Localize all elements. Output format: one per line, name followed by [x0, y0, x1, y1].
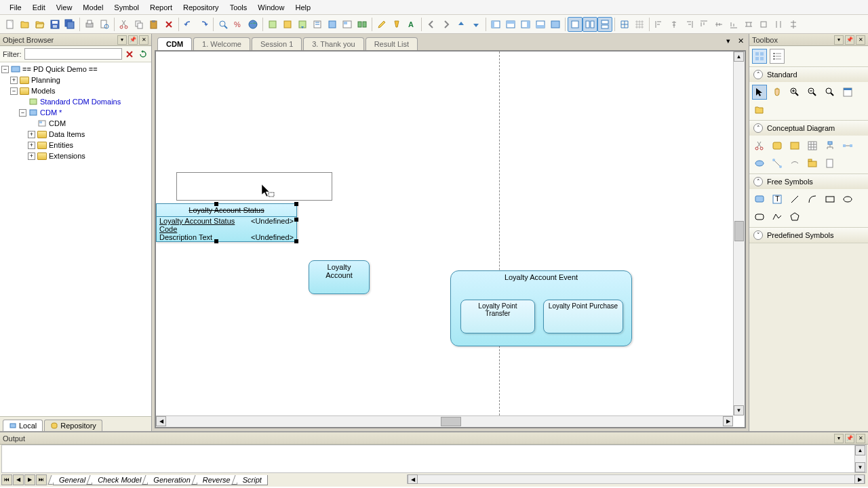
undo-icon[interactable] [181, 17, 196, 32]
entity-loyalty-account-event[interactable]: Loyalty Account Event Loyalty Point Tran… [450, 270, 632, 346]
resize-handle[interactable] [214, 239, 218, 243]
align-6-icon[interactable] [726, 17, 741, 32]
tb-btn-7[interactable] [355, 17, 370, 32]
output-vscroll[interactable]: ▲ ▼ [854, 445, 866, 472]
tool-open-icon[interactable] [752, 102, 767, 117]
tool-relation-icon[interactable] [840, 138, 855, 153]
horizontal-scrollbar[interactable]: ◀ ▶ [156, 415, 733, 427]
tb-btn-6[interactable] [340, 17, 355, 32]
tb-btn-1[interactable] [265, 17, 280, 32]
tab-repository[interactable]: Repository [44, 420, 102, 431]
tab-nav-next-icon[interactable]: ▶ [24, 474, 35, 485]
diagram-canvas[interactable]: Loyalty Account Status Loyalty Account S… [155, 50, 746, 428]
output-tab-script[interactable]: Script [237, 475, 268, 485]
align-7-icon[interactable] [741, 17, 756, 32]
resize-handle[interactable] [294, 218, 298, 222]
tree-root[interactable]: − == PD Quick Demo == [1, 64, 150, 75]
tool-pointer-icon[interactable] [752, 85, 767, 100]
tree-planning[interactable]: + Planning [1, 75, 150, 85]
filter-clear-icon[interactable] [125, 49, 136, 60]
expander-icon[interactable]: + [28, 152, 35, 160]
tree-std-domains[interactable]: Standard CDM Domains [1, 96, 150, 107]
delete-icon[interactable] [161, 17, 176, 32]
nav-down-icon[interactable] [469, 17, 484, 32]
entity-loyalty-point-transfer[interactable]: Loyalty Point Transfer [460, 300, 535, 333]
expander-icon[interactable]: + [10, 77, 18, 84]
menu-view[interactable]: View [51, 1, 78, 14]
tool-package-icon[interactable] [805, 156, 820, 171]
palette-list-icon[interactable] [770, 49, 785, 64]
align-2-icon[interactable] [667, 17, 682, 32]
entity-loyalty-point-purchase[interactable]: Loyalty Point Purchase [543, 300, 623, 333]
expander-icon[interactable]: − [19, 109, 26, 117]
tool-polygon-icon[interactable] [787, 209, 802, 224]
menu-repository[interactable]: Repository [178, 1, 224, 14]
tool-zoom-fit-icon[interactable] [823, 85, 837, 100]
align-5-icon[interactable] [711, 17, 726, 32]
menu-edit[interactable]: Edit [27, 1, 51, 14]
panel-dropdown-icon[interactable]: ▾ [834, 35, 844, 45]
scroll-left-icon[interactable]: ◀ [156, 416, 166, 426]
folder-icon[interactable] [33, 17, 47, 32]
tb-btn-4[interactable] [310, 17, 325, 32]
menu-window[interactable]: Window [252, 1, 290, 14]
scroll-left-icon[interactable]: ◀ [408, 474, 418, 484]
tool-cut-icon[interactable] [752, 138, 767, 153]
tool-zoom-in-icon[interactable] [787, 85, 802, 100]
scroll-thumb[interactable] [441, 417, 461, 426]
tree-cdm[interactable]: CDM [1, 118, 150, 129]
tree-entities[interactable]: + Entities [1, 140, 150, 150]
save-icon[interactable] [47, 17, 62, 32]
tab-close-icon[interactable]: ✕ [735, 35, 746, 46]
output-tab-checkmodel[interactable]: Check Model [92, 475, 147, 485]
panel-dropdown-icon[interactable]: ▾ [117, 35, 127, 45]
tab-nav-first-icon[interactable]: ⏮ [1, 474, 12, 485]
menu-symbol[interactable]: Symbol [108, 1, 144, 14]
tool-entity2-icon[interactable] [787, 138, 802, 153]
panel-close-icon[interactable]: ✕ [856, 434, 865, 443]
tool-hand-icon[interactable] [770, 85, 785, 100]
expander-icon[interactable]: + [28, 142, 35, 149]
save-all-icon[interactable] [62, 17, 77, 32]
expander-icon[interactable]: − [1, 66, 9, 73]
output-tab-general[interactable]: General [53, 475, 92, 485]
panel-close-icon[interactable]: ✕ [856, 35, 865, 45]
tool-note-icon[interactable] [752, 192, 767, 207]
tree-cdm-star[interactable]: − CDM * [1, 107, 150, 118]
tab-nav-last-icon[interactable]: ⏭ [36, 474, 47, 485]
tool-properties-icon[interactable] [840, 85, 855, 100]
panel-pin-icon[interactable]: 📌 [845, 35, 854, 45]
redo-icon[interactable] [196, 17, 211, 32]
filter-refresh-icon[interactable] [138, 49, 149, 60]
scroll-up-icon[interactable]: ▲ [855, 445, 865, 455]
tool-file-icon[interactable] [823, 156, 837, 171]
object-tree[interactable]: − == PD Quick Demo == + Planning − Model… [0, 62, 151, 416]
tool-link2-icon[interactable] [787, 156, 802, 171]
scroll-right-icon[interactable]: ▶ [723, 416, 733, 426]
nav-up-icon[interactable] [454, 17, 469, 32]
align-8-icon[interactable] [756, 17, 771, 32]
tool-table-icon[interactable] [805, 138, 820, 153]
layout-1-icon[interactable] [488, 17, 503, 32]
align-4-icon[interactable] [696, 17, 711, 32]
align-1-icon[interactable] [652, 17, 667, 32]
tool-line-icon[interactable] [787, 192, 802, 207]
panel-close-icon[interactable]: ✕ [139, 35, 149, 45]
palette-grid-icon[interactable] [752, 49, 767, 64]
nav-fwd-icon[interactable] [439, 17, 454, 32]
new-icon[interactable] [3, 17, 18, 32]
tool-ellipse-icon[interactable] [840, 192, 855, 207]
align-10-icon[interactable] [786, 17, 801, 32]
print-icon[interactable] [82, 17, 97, 32]
layout-5-icon[interactable] [548, 17, 563, 32]
resize-handle[interactable] [294, 202, 298, 206]
layout-4-icon[interactable] [533, 17, 548, 32]
tool-arc-icon[interactable] [805, 192, 820, 207]
scroll-up-icon[interactable]: ▲ [734, 52, 744, 62]
cut-icon[interactable] [117, 17, 132, 32]
view-mode-2-icon[interactable] [583, 17, 597, 32]
doc-tab-session1[interactable]: Session 1 [252, 37, 302, 50]
menu-help[interactable]: Help [290, 1, 316, 14]
tree-models[interactable]: − Models [1, 85, 150, 96]
panel-dropdown-icon[interactable]: ▾ [834, 434, 844, 443]
